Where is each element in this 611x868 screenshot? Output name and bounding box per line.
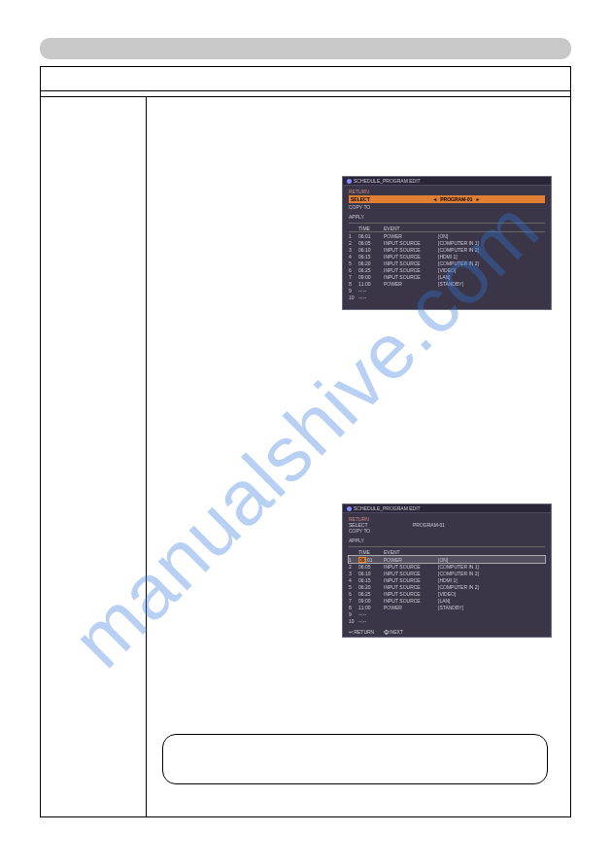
table-row: 506:20INPUT SOURCE[COMPUTER IN 2] <box>349 583 545 590</box>
select-program-row[interactable]: SELECT ◄ PROGRAM-01 ► <box>349 195 545 203</box>
footer-return: ↩:RETURN <box>349 629 374 635</box>
table-row: 606:25INPUT SOURCE[VIDEO] <box>349 266 545 273</box>
table-row: 406:15INPUT SOURCE[HDMI 1] <box>349 253 545 260</box>
frame-column-divider <box>146 96 147 817</box>
left-arrow-icon[interactable]: ◄ <box>432 196 437 202</box>
copy-to-label: COPY TO <box>349 528 384 534</box>
col-time: TIME <box>358 549 384 555</box>
table-row: 506:20INPUT SOURCE[COMPUTER IN 2] <box>349 260 545 266</box>
table-row: 9--:-- <box>349 287 545 294</box>
dialog-title: SCHEDULE_PROGRAM EDIT <box>354 505 421 511</box>
content-frame: SCHEDULE_PROGRAM EDIT RETURN SELECT ◄ PR… <box>40 66 571 817</box>
right-arrow-icon[interactable]: ► <box>476 196 481 202</box>
menu-icon <box>347 179 352 184</box>
program-edit-screenshot-1: SCHEDULE_PROGRAM EDIT RETURN SELECT ◄ PR… <box>342 176 552 310</box>
copy-to-label: COPY TO <box>349 204 384 210</box>
col-event: EVENT <box>384 549 438 555</box>
frame-divider <box>41 90 570 91</box>
col-time: TIME <box>358 226 384 231</box>
footer-next: ⨷:NEXT <box>384 629 403 635</box>
table-row: 406:15INPUT SOURCE[HDMI 1] <box>349 576 545 583</box>
dialog-titlebar: SCHEDULE_PROGRAM EDIT <box>343 177 551 186</box>
table-row: 106:01POWER[ON] <box>349 232 545 239</box>
table-row: 306:10INPUT SOURCE[COMPUTER IN 2] <box>349 570 545 576</box>
dialog-titlebar: SCHEDULE_PROGRAM EDIT <box>343 504 551 513</box>
table-row: 9--:-- <box>349 610 545 617</box>
select-label: SELECT <box>351 196 370 202</box>
table-row: 811:00POWER[STANDBY] <box>349 604 545 610</box>
dialog-footer: ↩:RETURN ⨷:NEXT <box>349 629 403 635</box>
event-table: TIME EVENT 106:01POWER[ON]206:05INPUT SO… <box>349 226 545 300</box>
table-row: 811:00POWER[STANDBY] <box>349 280 545 287</box>
dialog-title: SCHEDULE_PROGRAM EDIT <box>354 178 421 184</box>
table-row: 606:25INPUT SOURCE[VIDEO] <box>349 590 545 597</box>
select-value: PROGRAM-01 <box>440 196 472 202</box>
event-table: TIME EVENT 106:01POWER[ON]206:05INPUT SO… <box>349 549 545 624</box>
table-row: 10--:-- <box>349 294 545 300</box>
program-edit-screenshot-2: SCHEDULE_PROGRAM EDIT RETURN SELECT PROG… <box>342 503 552 638</box>
table-row[interactable]: 106:01POWER[ON] <box>349 556 545 563</box>
col-event: EVENT <box>384 226 438 231</box>
table-row: 709:00INPUT SOURCE[LAN] <box>349 273 545 280</box>
select-value: PROGRAM-01 <box>384 522 545 528</box>
apply-label: APPLY <box>349 538 545 543</box>
table-row: 206:05INPUT SOURCE[COMPUTER IN 1] <box>349 563 545 570</box>
return-label: RETURN <box>349 189 545 194</box>
page-header-bar <box>40 38 571 59</box>
table-row: 206:05INPUT SOURCE[COMPUTER IN 1] <box>349 239 545 246</box>
table-row: 10--:-- <box>349 617 545 624</box>
table-row: 709:00INPUT SOURCE[LAN] <box>349 597 545 604</box>
frame-divider <box>41 96 570 97</box>
note-box <box>162 734 548 784</box>
apply-label: APPLY <box>349 214 545 220</box>
menu-icon <box>347 506 352 511</box>
table-row: 306:10INPUT SOURCE[COMPUTER IN 2] <box>349 246 545 253</box>
